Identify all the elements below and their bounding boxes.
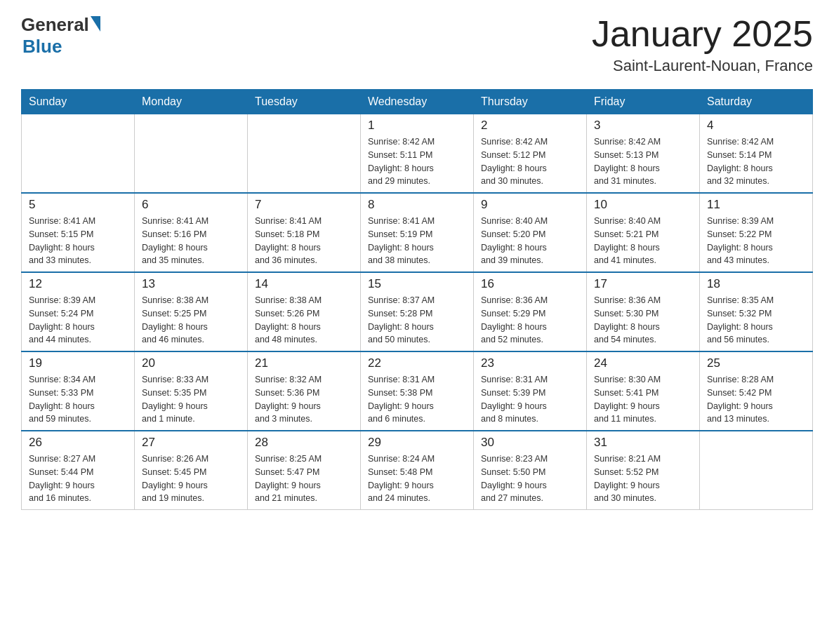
logo-triangle-icon (91, 16, 100, 32)
day-number: 19 (29, 356, 127, 370)
calendar-cell: 21Sunrise: 8:32 AM Sunset: 5:36 PM Dayli… (248, 351, 361, 431)
day-number: 21 (255, 356, 353, 370)
calendar-cell: 17Sunrise: 8:36 AM Sunset: 5:30 PM Dayli… (587, 272, 700, 351)
calendar-cell (135, 114, 248, 194)
day-info: Sunrise: 8:42 AM Sunset: 5:13 PM Dayligh… (594, 135, 692, 188)
column-header-friday: Friday (587, 90, 700, 114)
day-number: 30 (481, 436, 579, 450)
day-number: 24 (594, 356, 692, 370)
day-number: 15 (368, 277, 466, 291)
location-title: Saint-Laurent-Nouan, France (592, 57, 813, 75)
day-number: 23 (481, 356, 579, 370)
day-info: Sunrise: 8:24 AM Sunset: 5:48 PM Dayligh… (368, 452, 466, 505)
day-info: Sunrise: 8:25 AM Sunset: 5:47 PM Dayligh… (255, 452, 353, 505)
day-number: 2 (481, 119, 579, 133)
day-number: 26 (29, 436, 127, 450)
logo-general: General (21, 14, 89, 36)
day-info: Sunrise: 8:27 AM Sunset: 5:44 PM Dayligh… (29, 452, 127, 505)
calendar-cell: 6Sunrise: 8:41 AM Sunset: 5:16 PM Daylig… (135, 193, 248, 272)
day-info: Sunrise: 8:41 AM Sunset: 5:18 PM Dayligh… (255, 215, 353, 267)
calendar-week-row: 1Sunrise: 8:42 AM Sunset: 5:11 PM Daylig… (22, 114, 813, 194)
calendar-cell: 7Sunrise: 8:41 AM Sunset: 5:18 PM Daylig… (248, 193, 361, 272)
calendar-cell (248, 114, 361, 194)
day-info: Sunrise: 8:23 AM Sunset: 5:50 PM Dayligh… (481, 452, 579, 505)
calendar-table: SundayMondayTuesdayWednesdayThursdayFrid… (21, 89, 813, 510)
calendar-cell: 28Sunrise: 8:25 AM Sunset: 5:47 PM Dayli… (248, 431, 361, 510)
logo-blue: Blue (22, 36, 100, 58)
calendar-cell: 4Sunrise: 8:42 AM Sunset: 5:14 PM Daylig… (700, 114, 813, 194)
calendar-cell: 5Sunrise: 8:41 AM Sunset: 5:15 PM Daylig… (22, 193, 135, 272)
day-number: 28 (255, 436, 353, 450)
calendar-cell: 8Sunrise: 8:41 AM Sunset: 5:19 PM Daylig… (361, 193, 474, 272)
day-info: Sunrise: 8:26 AM Sunset: 5:45 PM Dayligh… (142, 452, 240, 505)
calendar-cell: 24Sunrise: 8:30 AM Sunset: 5:41 PM Dayli… (587, 351, 700, 431)
day-number: 13 (142, 277, 240, 291)
day-number: 7 (255, 198, 353, 212)
calendar-cell: 22Sunrise: 8:31 AM Sunset: 5:38 PM Dayli… (361, 351, 474, 431)
calendar-cell: 27Sunrise: 8:26 AM Sunset: 5:45 PM Dayli… (135, 431, 248, 510)
day-number: 18 (707, 277, 805, 291)
calendar-cell: 11Sunrise: 8:39 AM Sunset: 5:22 PM Dayli… (700, 193, 813, 272)
calendar-cell: 20Sunrise: 8:33 AM Sunset: 5:35 PM Dayli… (135, 351, 248, 431)
day-info: Sunrise: 8:31 AM Sunset: 5:38 PM Dayligh… (368, 373, 466, 426)
day-number: 11 (707, 198, 805, 212)
calendar-cell: 14Sunrise: 8:38 AM Sunset: 5:26 PM Dayli… (248, 272, 361, 351)
calendar-cell: 3Sunrise: 8:42 AM Sunset: 5:13 PM Daylig… (587, 114, 700, 194)
day-number: 3 (594, 119, 692, 133)
day-info: Sunrise: 8:38 AM Sunset: 5:26 PM Dayligh… (255, 294, 353, 347)
calendar-cell: 26Sunrise: 8:27 AM Sunset: 5:44 PM Dayli… (22, 431, 135, 510)
day-info: Sunrise: 8:30 AM Sunset: 5:41 PM Dayligh… (594, 373, 692, 426)
day-number: 22 (368, 356, 466, 370)
calendar-cell: 15Sunrise: 8:37 AM Sunset: 5:28 PM Dayli… (361, 272, 474, 351)
day-number: 25 (707, 356, 805, 370)
day-info: Sunrise: 8:40 AM Sunset: 5:21 PM Dayligh… (594, 215, 692, 267)
day-number: 9 (481, 198, 579, 212)
calendar-week-row: 5Sunrise: 8:41 AM Sunset: 5:15 PM Daylig… (22, 193, 813, 272)
logo: General Blue (21, 14, 100, 58)
calendar-week-row: 12Sunrise: 8:39 AM Sunset: 5:24 PM Dayli… (22, 272, 813, 351)
calendar-cell: 9Sunrise: 8:40 AM Sunset: 5:20 PM Daylig… (474, 193, 587, 272)
day-info: Sunrise: 8:42 AM Sunset: 5:14 PM Dayligh… (707, 135, 805, 188)
page-header: General Blue January 2025 Saint-Laurent-… (21, 14, 813, 75)
day-info: Sunrise: 8:21 AM Sunset: 5:52 PM Dayligh… (594, 452, 692, 505)
day-number: 8 (368, 198, 466, 212)
day-info: Sunrise: 8:39 AM Sunset: 5:24 PM Dayligh… (29, 294, 127, 347)
day-number: 12 (29, 277, 127, 291)
day-info: Sunrise: 8:36 AM Sunset: 5:30 PM Dayligh… (594, 294, 692, 347)
day-info: Sunrise: 8:35 AM Sunset: 5:32 PM Dayligh… (707, 294, 805, 347)
day-info: Sunrise: 8:40 AM Sunset: 5:20 PM Dayligh… (481, 215, 579, 267)
day-info: Sunrise: 8:33 AM Sunset: 5:35 PM Dayligh… (142, 373, 240, 426)
calendar-cell: 30Sunrise: 8:23 AM Sunset: 5:50 PM Dayli… (474, 431, 587, 510)
day-number: 27 (142, 436, 240, 450)
day-info: Sunrise: 8:37 AM Sunset: 5:28 PM Dayligh… (368, 294, 466, 347)
day-info: Sunrise: 8:31 AM Sunset: 5:39 PM Dayligh… (481, 373, 579, 426)
calendar-cell: 10Sunrise: 8:40 AM Sunset: 5:21 PM Dayli… (587, 193, 700, 272)
calendar-cell: 12Sunrise: 8:39 AM Sunset: 5:24 PM Dayli… (22, 272, 135, 351)
day-number: 29 (368, 436, 466, 450)
day-info: Sunrise: 8:39 AM Sunset: 5:22 PM Dayligh… (707, 215, 805, 267)
day-number: 20 (142, 356, 240, 370)
column-header-tuesday: Tuesday (248, 90, 361, 114)
day-number: 17 (594, 277, 692, 291)
day-number: 16 (481, 277, 579, 291)
column-header-saturday: Saturday (700, 90, 813, 114)
day-number: 5 (29, 198, 127, 212)
month-title: January 2025 (592, 14, 813, 54)
day-info: Sunrise: 8:34 AM Sunset: 5:33 PM Dayligh… (29, 373, 127, 426)
day-number: 6 (142, 198, 240, 212)
calendar-cell: 18Sunrise: 8:35 AM Sunset: 5:32 PM Dayli… (700, 272, 813, 351)
calendar-cell: 13Sunrise: 8:38 AM Sunset: 5:25 PM Dayli… (135, 272, 248, 351)
calendar-cell: 2Sunrise: 8:42 AM Sunset: 5:12 PM Daylig… (474, 114, 587, 194)
day-info: Sunrise: 8:41 AM Sunset: 5:19 PM Dayligh… (368, 215, 466, 267)
day-number: 31 (594, 436, 692, 450)
day-info: Sunrise: 8:41 AM Sunset: 5:16 PM Dayligh… (142, 215, 240, 267)
calendar-cell (22, 114, 135, 194)
day-info: Sunrise: 8:32 AM Sunset: 5:36 PM Dayligh… (255, 373, 353, 426)
column-header-monday: Monday (135, 90, 248, 114)
calendar-cell (700, 431, 813, 510)
day-info: Sunrise: 8:42 AM Sunset: 5:11 PM Dayligh… (368, 135, 466, 188)
calendar-cell: 31Sunrise: 8:21 AM Sunset: 5:52 PM Dayli… (587, 431, 700, 510)
day-number: 1 (368, 119, 466, 133)
day-info: Sunrise: 8:42 AM Sunset: 5:12 PM Dayligh… (481, 135, 579, 188)
day-info: Sunrise: 8:38 AM Sunset: 5:25 PM Dayligh… (142, 294, 240, 347)
